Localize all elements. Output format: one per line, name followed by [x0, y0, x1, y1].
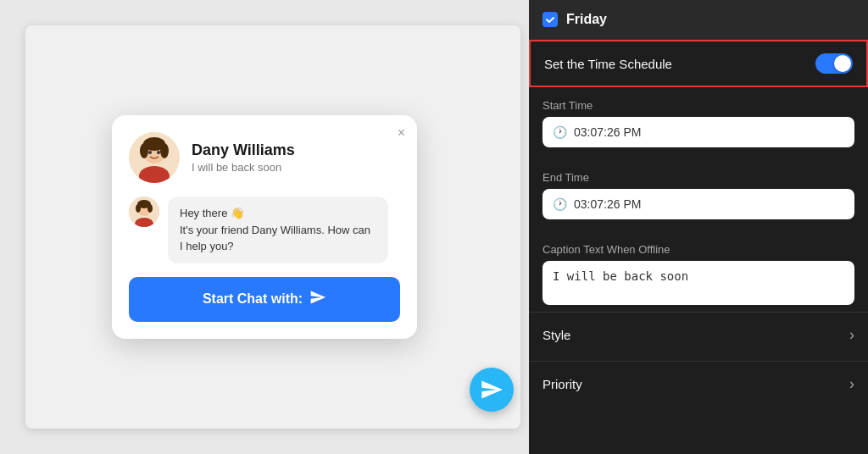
start-chat-button[interactable]: Start Chat with: — [129, 277, 400, 322]
style-row[interactable]: Style › — [529, 312, 868, 357]
chat-widget: × — [112, 115, 417, 339]
left-panel: × — [0, 0, 529, 454]
end-time-input[interactable]: 🕐 03:07:26 PM — [542, 189, 854, 219]
bubble-line1: Hey there 👋 — [180, 205, 376, 222]
priority-row[interactable]: Priority › — [529, 361, 868, 407]
start-chat-label: Start Chat with: — [203, 291, 303, 307]
chat-bubble: Hey there 👋 It's your friend Dany Willia… — [129, 197, 400, 263]
bubble-avatar — [129, 197, 159, 227]
bubble-text: Hey there 👋 It's your friend Dany Willia… — [168, 197, 388, 263]
agent-header: Dany Williams I will be back soon — [129, 132, 400, 183]
caption-section: Caption Text When Offline — [529, 231, 868, 308]
start-time-input[interactable]: 🕐 03:07:26 PM — [542, 117, 854, 147]
priority-label: Priority — [542, 377, 582, 391]
style-label: Style — [542, 328, 570, 342]
schedule-label: Set the Time Schedule — [544, 57, 672, 71]
caption-textarea[interactable] — [542, 261, 854, 305]
close-button[interactable]: × — [398, 125, 405, 141]
caption-label: Caption Text When Offline — [542, 243, 854, 256]
agent-name: Dany Williams — [192, 141, 295, 159]
day-checkbox[interactable] — [542, 12, 558, 27]
svg-point-13 — [147, 204, 153, 213]
agent-status: I will be back soon — [192, 161, 295, 174]
toggle-knob — [834, 55, 851, 72]
end-clock-icon: 🕐 — [553, 197, 567, 211]
start-time-value: 03:07:26 PM — [574, 125, 641, 139]
bubble-line2: It's your friend Dany Williams. How can … — [180, 222, 376, 255]
svg-point-7 — [157, 151, 160, 154]
avatar — [129, 132, 180, 183]
end-time-value: 03:07:26 PM — [574, 197, 641, 211]
svg-point-4 — [140, 143, 148, 158]
style-chevron-icon: › — [849, 326, 854, 344]
telegram-fab[interactable] — [470, 368, 514, 412]
svg-point-6 — [148, 151, 152, 154]
close-icon: × — [398, 125, 405, 140]
day-label: Friday — [566, 12, 607, 27]
send-icon — [309, 289, 326, 310]
end-time-label: End Time — [542, 171, 854, 184]
schedule-row: Set the Time Schedule — [529, 40, 868, 87]
schedule-toggle[interactable] — [815, 53, 853, 74]
panel-header: Friday — [529, 0, 868, 40]
end-time-section: End Time 🕐 03:07:26 PM — [529, 159, 868, 231]
svg-point-12 — [136, 204, 141, 213]
right-panel: Friday Set the Time Schedule Start Time … — [529, 0, 868, 454]
svg-point-5 — [160, 143, 169, 158]
start-time-label: Start Time — [542, 99, 854, 112]
agent-info: Dany Williams I will be back soon — [192, 141, 295, 174]
start-clock-icon: 🕐 — [553, 125, 567, 139]
start-time-section: Start Time 🕐 03:07:26 PM — [529, 87, 868, 159]
priority-chevron-icon: › — [849, 375, 854, 393]
